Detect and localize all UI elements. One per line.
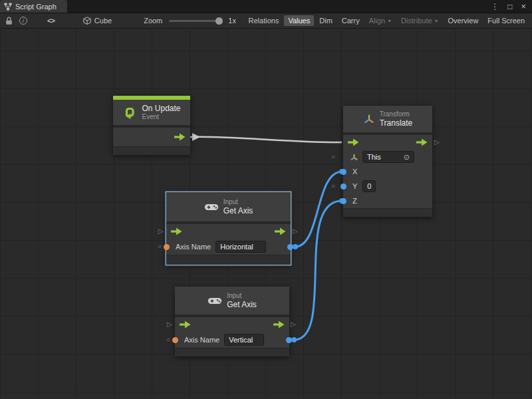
relations-button[interactable]: Relations <box>245 15 283 26</box>
axis-name-label: Axis Name <box>184 336 219 344</box>
node-title: Get Axis <box>223 206 253 215</box>
flow-output-port[interactable] <box>273 321 285 329</box>
zoom-label: Zoom <box>144 17 162 25</box>
on-update-icon <box>122 105 137 120</box>
flow-output-port[interactable] <box>174 133 186 141</box>
port-circle-indicator: ○ <box>158 243 162 251</box>
axis-name-field[interactable]: Vertical <box>224 334 264 346</box>
chevron-down-icon: ▼ <box>434 19 439 23</box>
align-button[interactable]: Align▼ <box>365 15 396 26</box>
flow-input-port[interactable] <box>180 321 191 329</box>
x-port-label: X <box>352 168 357 176</box>
node-footer <box>175 348 289 356</box>
flow-row <box>175 317 289 332</box>
node-footer <box>343 208 432 217</box>
menu-icon[interactable]: ⋮ <box>491 3 499 11</box>
z-input-port[interactable] <box>340 198 346 204</box>
info-icon[interactable]: i <box>19 17 27 25</box>
x-input-port[interactable] <box>340 169 346 175</box>
graph-canvas[interactable]: On Update Event Transfor <box>0 29 532 399</box>
node-category: Input <box>223 198 253 206</box>
node-get-axis-vertical[interactable]: Input Get Axis Axis Name Vertical <box>175 287 289 356</box>
port-circle-indicator: ○ <box>331 153 335 161</box>
wire-onupdate-to-translate[interactable] <box>190 137 342 142</box>
close-icon[interactable]: × <box>521 2 526 11</box>
flow-row <box>166 224 291 239</box>
node-footer <box>113 146 190 155</box>
code-icon[interactable]: <> <box>47 17 55 25</box>
gamepad-icon <box>204 203 219 211</box>
object-name: Cube <box>94 17 112 25</box>
result-output-port[interactable] <box>287 244 293 250</box>
distribute-button[interactable]: Distribute▼ <box>397 15 442 26</box>
toolbar: i <> Cube Zoom 1x Relations Values Dim C… <box>0 13 532 29</box>
port-triangle-indicator: ▷ <box>293 227 298 235</box>
y-value-field[interactable]: 0 <box>362 180 376 192</box>
zoom-slider[interactable] <box>169 20 221 22</box>
axis-name-input-port[interactable] <box>164 244 170 250</box>
axis-name-row: Axis Name Horizontal <box>166 239 291 255</box>
script-graph-window: Script Graph ⋮ □ × i <> Cube Zoom <box>0 0 532 399</box>
lock-icon[interactable] <box>5 17 13 25</box>
titlebar: Script Graph ⋮ □ × <box>0 0 532 13</box>
node-header[interactable]: Input Get Axis <box>166 192 291 221</box>
flow-input-port[interactable] <box>348 138 359 146</box>
node-category: Transform <box>380 110 413 118</box>
axis-name-field[interactable]: Horizontal <box>215 241 266 253</box>
this-row: This ⊙ <box>343 150 432 164</box>
node-header[interactable]: Transform Translate <box>343 106 432 132</box>
wire-vertical-to-z[interactable] <box>294 201 342 340</box>
fullscreen-button[interactable]: Full Screen <box>483 15 529 26</box>
wire-endpoint <box>291 337 297 342</box>
node-on-update[interactable]: On Update Event <box>113 96 190 155</box>
maximize-icon[interactable]: □ <box>507 3 512 11</box>
y-port-label: Y <box>352 182 357 190</box>
script-graph-icon <box>4 3 12 11</box>
tab-script-graph[interactable]: Script Graph <box>0 0 67 13</box>
y-input-port[interactable] <box>340 184 346 190</box>
node-header[interactable]: Input Get Axis <box>175 287 289 315</box>
axis-name-label: Axis Name <box>176 243 211 251</box>
result-output-port[interactable] <box>286 337 292 343</box>
port-triangle-indicator: ▷ <box>291 321 296 329</box>
carry-button[interactable]: Carry <box>338 15 364 26</box>
port-circle-indicator: ○ <box>331 182 335 190</box>
wire-flow-arrow <box>192 133 200 141</box>
flow-input-port[interactable] <box>171 227 182 235</box>
wire-endpoint <box>293 244 298 249</box>
this-value: This <box>367 152 381 162</box>
flow-output-row <box>113 128 190 146</box>
values-button[interactable]: Values <box>284 15 314 26</box>
this-field[interactable]: This ⊙ <box>362 151 414 163</box>
dim-button[interactable]: Dim <box>315 15 336 26</box>
node-category: Input <box>227 292 257 300</box>
axis-name-row: Axis Name Vertical <box>175 332 289 348</box>
object-picker-icon[interactable]: ⊙ <box>404 152 410 162</box>
node-subtitle: Event <box>142 113 180 121</box>
node-title: Get Axis <box>227 300 257 309</box>
object-reference[interactable]: Cube <box>83 17 112 25</box>
flow-output-port[interactable] <box>416 138 428 146</box>
node-title: Translate <box>380 118 413 128</box>
y-port-row: Y 0 <box>343 179 432 194</box>
axis-name-input-port[interactable] <box>172 337 178 343</box>
x-port-row: X <box>343 164 432 179</box>
z-port-label: Z <box>352 197 357 205</box>
flow-output-port[interactable] <box>275 227 286 235</box>
window-buttons: ⋮ □ × <box>491 0 532 13</box>
cube-icon <box>83 17 91 25</box>
gamepad-icon <box>207 297 222 305</box>
port-triangle-indicator: ▷ <box>167 321 172 329</box>
node-translate[interactable]: Transform Translate <box>343 106 432 217</box>
port-triangle-indicator: ▷ <box>434 138 440 146</box>
node-header[interactable]: On Update Event <box>113 100 190 125</box>
overview-button[interactable]: Overview <box>444 15 483 26</box>
zoom-value: 1x <box>228 17 236 25</box>
transform-icon <box>363 113 375 125</box>
node-footer <box>166 255 291 265</box>
chevron-down-icon: ▼ <box>387 19 392 23</box>
zoom-slider-handle[interactable] <box>215 17 223 25</box>
port-triangle-indicator: ▷ <box>158 227 164 235</box>
node-get-axis-horizontal[interactable]: Input Get Axis Axis Name Horizontal <box>166 192 291 265</box>
tab-label: Script Graph <box>15 3 57 11</box>
